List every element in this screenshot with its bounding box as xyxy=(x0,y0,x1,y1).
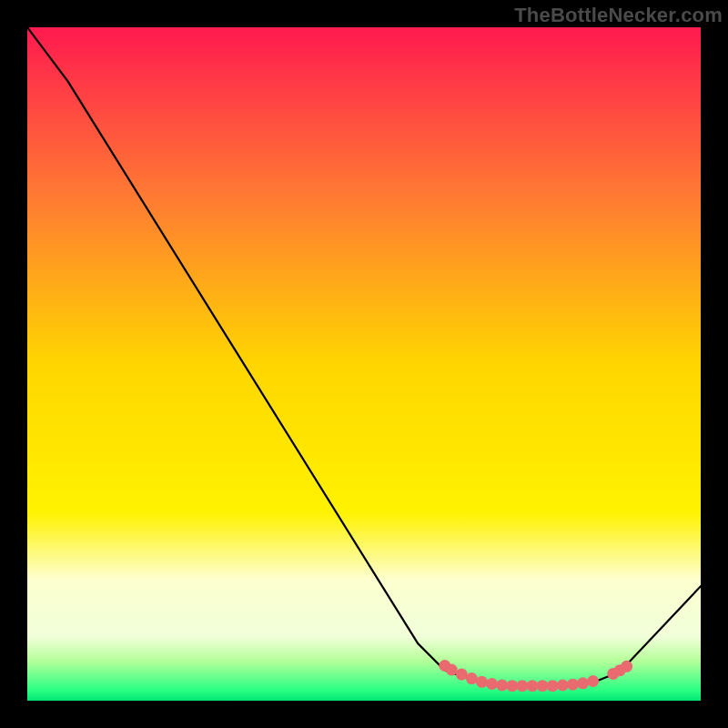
highlight-point xyxy=(621,661,632,672)
highlight-point xyxy=(496,680,508,692)
watermark-text: TheBottleNecker.com xyxy=(514,4,723,27)
highlight-point xyxy=(506,680,518,692)
chart-plot xyxy=(27,27,701,701)
highlight-point xyxy=(456,669,468,681)
highlight-point xyxy=(547,680,559,692)
gradient-background xyxy=(27,27,701,701)
highlight-point xyxy=(567,679,579,691)
highlight-point xyxy=(466,672,478,684)
highlight-point xyxy=(577,677,589,689)
highlight-point xyxy=(527,680,539,692)
highlight-point xyxy=(537,680,549,692)
highlight-point xyxy=(557,680,569,692)
highlight-point xyxy=(587,675,599,687)
highlight-point xyxy=(476,676,488,688)
chart-container: { "watermark": "TheBottleNecker.com", "c… xyxy=(0,0,728,728)
highlight-point xyxy=(516,680,528,692)
highlight-point xyxy=(486,678,498,690)
highlight-point xyxy=(446,664,458,676)
